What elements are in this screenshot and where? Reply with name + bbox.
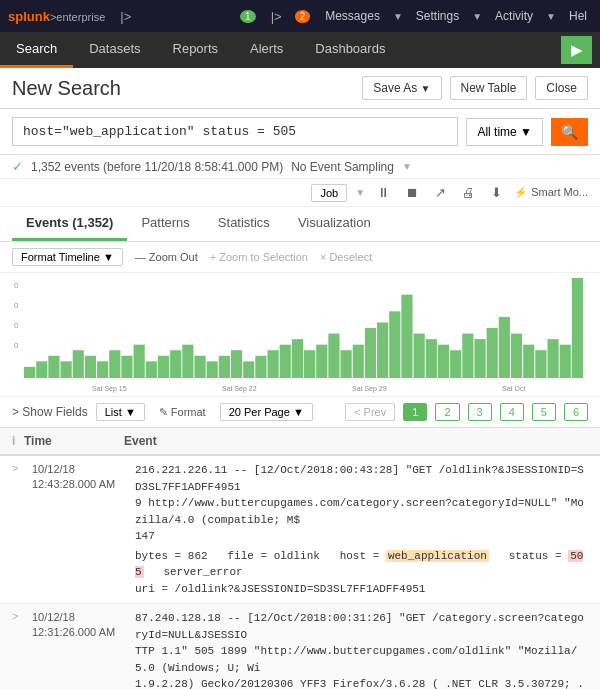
deselect-button[interactable]: × Deselect xyxy=(320,251,372,263)
format-button[interactable]: ✎ Format xyxy=(153,404,212,421)
zoom-out-button[interactable]: — Zoom Out xyxy=(135,251,198,263)
page-1-button[interactable]: 1 xyxy=(403,403,427,421)
run-button[interactable]: ▶ xyxy=(561,36,592,64)
job-arrow: ▼ xyxy=(355,187,365,198)
save-as-button[interactable]: Save As ▼ xyxy=(362,76,441,100)
search-button[interactable]: 🔍 xyxy=(551,118,588,146)
event-text-1: 216.221.226.11 -- [12/Oct/2018:00:43:28]… xyxy=(135,462,588,597)
format-timeline-button[interactable]: Format Timeline ▼ xyxy=(12,248,123,266)
settings-link[interactable]: Settings xyxy=(416,9,459,23)
page-5-button[interactable]: 5 xyxy=(532,403,556,421)
svg-text:Sat Oct: Sat Oct xyxy=(502,385,525,392)
share-icon[interactable]: ↗ xyxy=(431,183,450,202)
check-icon: ✓ xyxy=(12,159,23,174)
svg-rect-43 xyxy=(499,317,510,378)
event-row: > 10/12/1812:43:28.000 AM 216.221.226.11… xyxy=(0,456,600,604)
pause-icon[interactable]: ⏸ xyxy=(373,183,394,202)
second-navigation: Search Datasets Reports Alerts Dashboard… xyxy=(0,32,600,68)
no-sampling[interactable]: No Event Sampling xyxy=(291,160,394,174)
search-icon-nav[interactable]: |> xyxy=(271,9,282,24)
event-text-2: 87.240.128.18 -- [12/Oct/2018:00:31:26] … xyxy=(135,610,588,689)
print-icon[interactable]: 🖨 xyxy=(458,183,479,202)
tab-datasets[interactable]: Datasets xyxy=(73,32,156,68)
table-header: i Time Event xyxy=(0,428,600,456)
tab-events[interactable]: Events (1,352) xyxy=(12,207,127,241)
header-actions: Save As ▼ New Table Close xyxy=(362,76,588,100)
per-page-button[interactable]: 20 Per Page ▼ xyxy=(220,403,313,421)
new-table-button[interactable]: New Table xyxy=(450,76,528,100)
stop-icon[interactable]: ⏹ xyxy=(402,183,423,202)
show-fields-button[interactable]: > Show Fields xyxy=(12,405,88,419)
help-link[interactable]: Hel xyxy=(569,9,587,23)
svg-rect-9 xyxy=(85,356,96,378)
badge-2: 2 xyxy=(295,10,311,23)
svg-text:0: 0 xyxy=(14,341,19,350)
messages-arrow: ▼ xyxy=(393,11,403,22)
svg-rect-19 xyxy=(207,361,218,378)
svg-rect-48 xyxy=(560,345,571,378)
status-label-1: status = xyxy=(509,550,562,562)
job-row: Job ▼ ⏸ ⏹ ↗ 🖨 ⬇ ⚡ Smart Mo... xyxy=(0,179,600,207)
splunk-logo: splunk>enterprise xyxy=(8,9,105,24)
events-count-row: ✓ 1,352 events (before 11/20/18 8:58:41.… xyxy=(0,155,600,179)
event-time-1: 10/12/1812:43:28.000 AM xyxy=(32,462,127,597)
svg-rect-26 xyxy=(292,339,303,378)
chart-container: 0 0 0 0 Sat Sep 15 2018 Sat Sep 22 Sat S… xyxy=(0,273,600,397)
page-2-button[interactable]: 2 xyxy=(435,403,459,421)
messages-link[interactable]: Messages xyxy=(325,9,380,23)
timeline-chart: 0 0 0 0 Sat Sep 15 2018 Sat Sep 22 Sat S… xyxy=(12,273,588,393)
tab-search[interactable]: Search xyxy=(0,32,73,68)
search-input[interactable] xyxy=(12,117,458,146)
page-4-button[interactable]: 4 xyxy=(500,403,524,421)
svg-rect-17 xyxy=(182,345,193,378)
pipe-search-icon[interactable]: |> xyxy=(120,9,131,24)
col-time-header: Time xyxy=(24,434,124,448)
svg-text:Sat Sep 15: Sat Sep 15 xyxy=(92,385,127,393)
event-kv-1: bytes = 862 file = oldlink host = web_ap… xyxy=(135,548,588,598)
svg-rect-37 xyxy=(426,339,437,378)
tab-dashboards[interactable]: Dashboards xyxy=(299,32,401,68)
svg-rect-13 xyxy=(134,345,145,378)
tab-statistics[interactable]: Statistics xyxy=(204,207,284,241)
tab-alerts[interactable]: Alerts xyxy=(234,32,299,68)
activity-link[interactable]: Activity xyxy=(495,9,533,23)
svg-rect-29 xyxy=(328,334,339,378)
tab-patterns[interactable]: Patterns xyxy=(127,207,203,241)
page-6-button[interactable]: 6 xyxy=(564,403,588,421)
svg-rect-7 xyxy=(61,361,72,378)
list-button[interactable]: List ▼ xyxy=(96,403,145,421)
main-content: New Search Save As ▼ New Table Close All… xyxy=(0,68,600,689)
svg-text:Sat Sep 22: Sat Sep 22 xyxy=(222,385,257,393)
svg-rect-28 xyxy=(316,345,327,378)
svg-text:0: 0 xyxy=(14,321,19,330)
svg-rect-22 xyxy=(243,361,254,378)
pagination-row: > Show Fields List ▼ ✎ Format 20 Per Pag… xyxy=(0,397,600,428)
export-icon[interactable]: ⬇ xyxy=(487,183,506,202)
svg-rect-42 xyxy=(487,328,498,378)
header-row: New Search Save As ▼ New Table Close xyxy=(0,68,600,109)
sampling-arrow: ▼ xyxy=(402,161,412,172)
tab-visualization[interactable]: Visualization xyxy=(284,207,385,241)
svg-rect-36 xyxy=(414,334,425,378)
page-3-button[interactable]: 3 xyxy=(468,403,492,421)
job-button[interactable]: Job xyxy=(311,184,347,202)
prev-page-button[interactable]: < Prev xyxy=(345,403,395,421)
svg-rect-21 xyxy=(231,350,242,378)
tab-reports[interactable]: Reports xyxy=(157,32,235,68)
save-as-arrow: ▼ xyxy=(421,83,431,94)
event-time-2: 10/12/1812:31:26.000 AM xyxy=(32,610,127,689)
time-picker[interactable]: All time ▼ xyxy=(466,118,543,146)
row-toggle-2[interactable]: > xyxy=(12,610,24,689)
svg-rect-4 xyxy=(24,367,35,378)
svg-rect-6 xyxy=(48,356,59,378)
svg-rect-34 xyxy=(389,311,400,378)
close-button[interactable]: Close xyxy=(535,76,588,100)
host-label-1: host = xyxy=(340,550,380,562)
svg-rect-8 xyxy=(73,350,84,378)
badge-1: 1 xyxy=(240,10,256,23)
row-toggle-1[interactable]: > xyxy=(12,462,24,597)
svg-text:0: 0 xyxy=(14,281,19,290)
zoom-selection-button[interactable]: + Zoom to Selection xyxy=(210,251,308,263)
svg-rect-44 xyxy=(511,334,522,378)
host-value-1: web_application xyxy=(386,550,489,562)
